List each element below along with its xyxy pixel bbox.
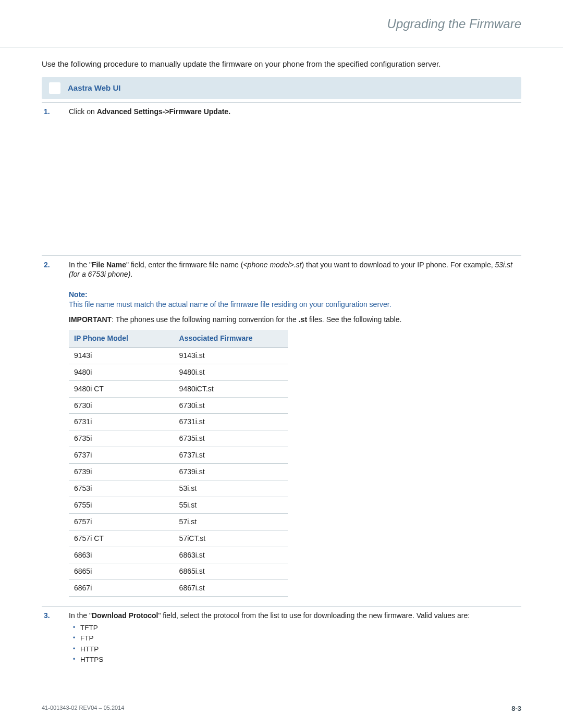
- intro-paragraph: Use the following procedure to manually …: [42, 59, 521, 69]
- step-body: Click on Advanced Settings->Firmware Upd…: [69, 107, 521, 117]
- step1-bold: Advanced Settings->Firmware Update.: [97, 107, 230, 116]
- cell-firmware: 6737i.st: [174, 447, 288, 464]
- cell-firmware: 9480iCT.st: [174, 380, 288, 397]
- cell-firmware: 57i.st: [174, 513, 288, 530]
- doc-reference: 41-001343-02 REV04 – 05.2014: [42, 704, 124, 713]
- note-label: Note:: [69, 290, 521, 300]
- important-t2: files. See the following table.: [307, 315, 401, 324]
- page-footer: 41-001343-02 REV04 – 05.2014 8-3: [42, 704, 521, 713]
- step-number: 1.: [42, 107, 69, 117]
- cell-model: 6753i: [69, 480, 174, 497]
- step-body: In the "Download Protocol" field, select…: [69, 611, 521, 665]
- cell-firmware: 53i.st: [174, 480, 288, 497]
- table-row: 9143i9143i.st: [69, 347, 288, 364]
- step-1-section: 1. Click on Advanced Settings->Firmware …: [42, 102, 521, 250]
- step-row: 1. Click on Advanced Settings->Firmware …: [42, 102, 521, 120]
- cell-firmware: 6735i.st: [174, 430, 288, 447]
- table-row: 6757i CT57iCT.st: [69, 530, 288, 547]
- cell-model: 6735i: [69, 430, 174, 447]
- note-text: This file name must match the actual nam…: [69, 300, 521, 310]
- cell-firmware: 55i.st: [174, 497, 288, 513]
- cell-model: 6731i: [69, 414, 174, 430]
- step2-p3: ) that you want to download to your IP p…: [302, 261, 495, 269]
- cell-firmware: 6739i.st: [174, 464, 288, 480]
- table-row: 6737i6737i.st: [69, 447, 288, 464]
- important-label: IMPORTANT: [69, 315, 112, 324]
- step-number: 2.: [42, 260, 69, 270]
- webui-banner: Aastra Web UI: [42, 77, 521, 99]
- table-row: 6755i55i.st: [69, 497, 288, 513]
- list-item: TFTP: [80, 623, 521, 633]
- table-row: 6735i6735i.st: [69, 430, 288, 447]
- page-title: Upgrading the Firmware: [42, 16, 521, 38]
- cell-model: 9480i CT: [69, 380, 174, 397]
- step-3-section: 3. In the "Download Protocol" field, sel…: [42, 606, 521, 668]
- cell-firmware: 9143i.st: [174, 347, 288, 364]
- cell-firmware: 6730i.st: [174, 397, 288, 414]
- cell-model: 9480i: [69, 364, 174, 380]
- table-row: 6731i6731i.st: [69, 414, 288, 430]
- step-row: 3. In the "Download Protocol" field, sel…: [42, 606, 521, 668]
- page-number: 8-3: [511, 704, 521, 713]
- step-row: 2. In the "File Name" field, enter the f…: [42, 255, 521, 283]
- cell-model: 6757i CT: [69, 530, 174, 547]
- step2-i1: <phone model>.st: [243, 261, 301, 269]
- table-row: 9480i CT9480iCT.st: [69, 380, 288, 397]
- important-line: IMPORTANT: The phones use the following …: [69, 315, 521, 325]
- table-row: 6739i6739i.st: [69, 464, 288, 480]
- cell-model: 6730i: [69, 397, 174, 414]
- cell-model: 6863i: [69, 547, 174, 563]
- important-ext: .st: [299, 315, 307, 324]
- step3-p2: " field, select the protocol from the li…: [158, 611, 470, 620]
- cell-model: 6737i: [69, 447, 174, 464]
- screenshot-placeholder: [42, 120, 521, 250]
- step2-p4: .: [130, 270, 132, 278]
- cell-firmware: 9480i.st: [174, 364, 288, 380]
- document-page: Upgrading the Firmware Use the following…: [0, 0, 563, 728]
- cell-model: 6865i: [69, 563, 174, 580]
- table-header-row: IP Phone Model Associated Firmware: [69, 330, 288, 347]
- step-body: In the "File Name" field, enter the firm…: [69, 260, 521, 280]
- important-t1: : The phones use the following naming co…: [112, 315, 299, 324]
- step3-p1: In the ": [69, 611, 92, 620]
- webui-icon: [49, 82, 60, 94]
- step2-p1: In the ": [69, 261, 92, 269]
- table-row: 9480i9480i.st: [69, 364, 288, 380]
- step1-text-prefix: Click on: [69, 107, 97, 116]
- protocol-list: TFTPFTPHTTPHTTPS: [69, 623, 521, 665]
- webui-label: Aastra Web UI: [68, 83, 120, 93]
- table-row: 6757i57i.st: [69, 513, 288, 530]
- list-item: HTTPS: [80, 655, 521, 665]
- firmware-table: IP Phone Model Associated Firmware 9143i…: [69, 330, 288, 597]
- step2-b1: File Name: [92, 261, 126, 269]
- cell-firmware: 57iCT.st: [174, 530, 288, 547]
- col-firmware: Associated Firmware: [174, 330, 288, 347]
- cell-firmware: 6863i.st: [174, 547, 288, 563]
- list-item: HTTP: [80, 644, 521, 655]
- step-number: 3.: [42, 611, 69, 621]
- cell-model: 6755i: [69, 497, 174, 513]
- note-block: Note: This file name must match the actu…: [69, 290, 521, 310]
- cell-model: 6867i: [69, 580, 174, 597]
- cell-model: 9143i: [69, 347, 174, 364]
- cell-firmware: 6731i.st: [174, 414, 288, 430]
- cell-firmware: 6867i.st: [174, 580, 288, 597]
- cell-model: 6739i: [69, 464, 174, 480]
- cell-firmware: 6865i.st: [174, 563, 288, 580]
- cell-model: 6757i: [69, 513, 174, 530]
- header-divider: [0, 47, 563, 47]
- table-row: 6753i53i.st: [69, 480, 288, 497]
- col-model: IP Phone Model: [69, 330, 174, 347]
- step3-b1: Download Protocol: [92, 611, 158, 620]
- table-row: 6863i6863i.st: [69, 547, 288, 563]
- table-row: 6867i6867i.st: [69, 580, 288, 597]
- table-row: 6865i6865i.st: [69, 563, 288, 580]
- step-2-section: 2. In the "File Name" field, enter the f…: [42, 255, 521, 597]
- step2-p2: " field, enter the firmware file name (: [126, 261, 243, 269]
- list-item: FTP: [80, 633, 521, 644]
- table-row: 6730i6730i.st: [69, 397, 288, 414]
